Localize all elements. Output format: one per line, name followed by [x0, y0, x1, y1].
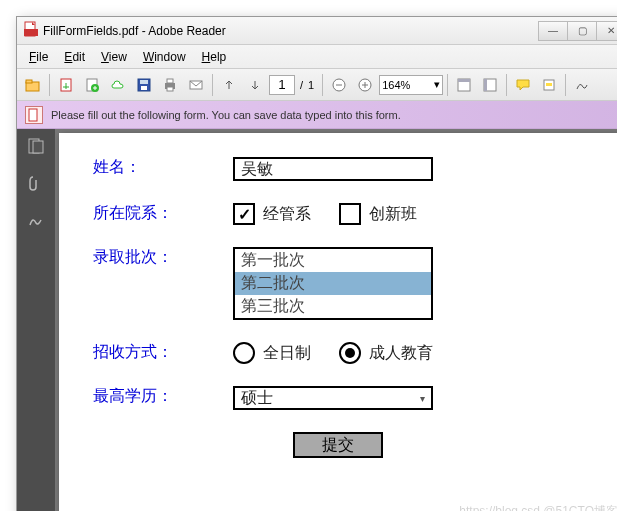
form-infobar: Please fill out the following form. You … [17, 101, 617, 129]
svg-rect-24 [33, 141, 43, 153]
name-field[interactable]: 吴敏 [233, 157, 433, 181]
svg-rect-17 [458, 79, 470, 82]
highlight-button[interactable] [537, 73, 561, 97]
name-value: 吴敏 [241, 159, 273, 180]
label-mode: 招收方式： [93, 342, 233, 363]
mode-opt1-label: 全日制 [263, 343, 311, 364]
pdf-page: 姓名： 吴敏 所在院系： 经管系 创新班 录取批次： 第一批次 [59, 133, 617, 511]
page-next-button[interactable] [243, 73, 267, 97]
email-button[interactable] [184, 73, 208, 97]
document-viewport[interactable]: 姓名： 吴敏 所在院系： 经管系 创新班 录取批次： 第一批次 [55, 129, 617, 511]
mode-radio-1[interactable] [233, 342, 255, 364]
menu-help[interactable]: Help [194, 50, 235, 64]
zoom-value: 164% [382, 79, 410, 91]
attachments-tab[interactable] [27, 174, 45, 195]
mode-opt2-label: 成人教育 [369, 343, 433, 364]
svg-rect-12 [167, 87, 173, 91]
comment-button[interactable] [511, 73, 535, 97]
svg-rect-21 [546, 83, 552, 86]
svg-rect-3 [26, 80, 32, 83]
svg-rect-11 [167, 79, 173, 83]
label-edu: 最高学历： [93, 386, 233, 407]
page-prev-button[interactable] [217, 73, 241, 97]
chevron-down-icon: ▾ [420, 393, 425, 404]
svg-rect-19 [484, 79, 487, 91]
infobar-message: Please fill out the following form. You … [51, 109, 401, 121]
close-button[interactable]: ✕ [596, 21, 617, 41]
submit-label: 提交 [322, 435, 354, 456]
svg-rect-22 [29, 109, 37, 121]
edu-value: 硕士 [241, 388, 273, 409]
dept-checkbox-1[interactable] [233, 203, 255, 225]
app-icon [23, 21, 39, 40]
dept-opt1-label: 经管系 [263, 204, 311, 225]
menu-view[interactable]: View [93, 50, 135, 64]
sign-button[interactable] [570, 73, 594, 97]
svg-rect-9 [141, 86, 147, 90]
mode-radio-2[interactable] [339, 342, 361, 364]
save-button[interactable] [132, 73, 156, 97]
toolbar: / 1 164%▾ [17, 69, 617, 101]
menu-edit[interactable]: Edit [56, 50, 93, 64]
page-number-input[interactable] [269, 75, 295, 95]
titlebar: FillFormFields.pdf - Adobe Reader ― ▢ ✕ [17, 17, 617, 45]
label-name: 姓名： [93, 157, 233, 178]
print-button[interactable] [158, 73, 182, 97]
cloud-button[interactable] [106, 73, 130, 97]
minimize-button[interactable]: ― [538, 21, 568, 41]
workarea: 姓名： 吴敏 所在院系： 经管系 创新班 录取批次： 第一批次 [17, 129, 617, 511]
submit-button[interactable]: 提交 [293, 432, 383, 458]
thumbnails-tab[interactable] [27, 137, 45, 158]
chevron-down-icon: ▾ [434, 78, 440, 91]
zoom-in-button[interactable] [353, 73, 377, 97]
menu-file[interactable]: File [21, 50, 56, 64]
open-button[interactable] [21, 73, 45, 97]
menubar: File Edit View Window Help [17, 45, 617, 69]
nav-rail [17, 129, 55, 511]
label-dept: 所在院系： [93, 203, 233, 224]
pdf-doc-icon [25, 106, 43, 124]
page-total: 1 [308, 79, 318, 91]
page-sep: / [297, 79, 306, 91]
create-pdf-button[interactable] [80, 73, 104, 97]
batch-item-2[interactable]: 第三批次 [235, 295, 431, 318]
tool1-button[interactable] [452, 73, 476, 97]
watermark: https://blog.csd @51CTO博客 [459, 503, 617, 511]
app-window: FillFormFields.pdf - Adobe Reader ― ▢ ✕ … [16, 16, 617, 511]
svg-rect-1 [24, 29, 38, 36]
tool2-button[interactable] [478, 73, 502, 97]
dept-opt2-label: 创新班 [369, 204, 417, 225]
maximize-button[interactable]: ▢ [567, 21, 597, 41]
dept-checkbox-2[interactable] [339, 203, 361, 225]
edu-combo[interactable]: 硕士 ▾ [233, 386, 433, 410]
zoom-out-button[interactable] [327, 73, 351, 97]
label-batch: 录取批次： [93, 247, 233, 268]
signatures-tab[interactable] [27, 211, 45, 232]
batch-listbox[interactable]: 第一批次 第二批次 第三批次 [233, 247, 433, 320]
svg-rect-8 [140, 80, 148, 84]
batch-item-1[interactable]: 第二批次 [235, 272, 431, 295]
export-pdf-button[interactable] [54, 73, 78, 97]
zoom-combo[interactable]: 164%▾ [379, 75, 443, 95]
window-title: FillFormFields.pdf - Adobe Reader [43, 24, 226, 38]
menu-window[interactable]: Window [135, 50, 194, 64]
batch-item-0[interactable]: 第一批次 [235, 249, 431, 272]
